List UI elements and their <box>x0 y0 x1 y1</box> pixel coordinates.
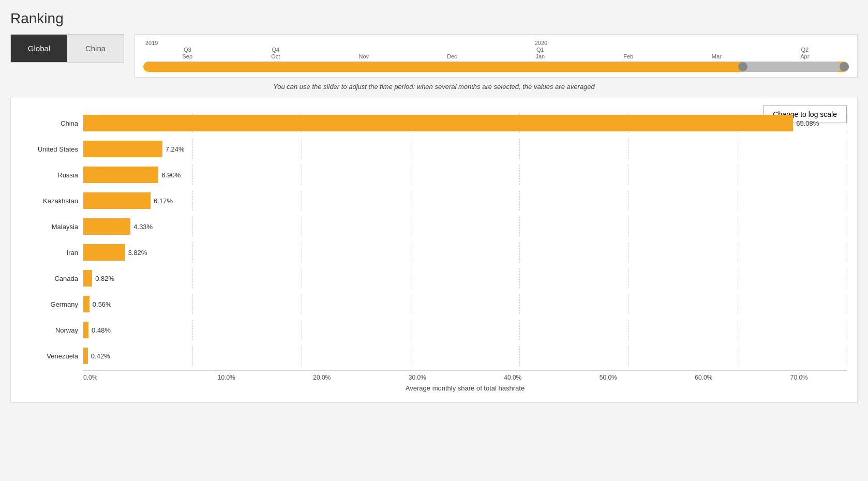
bar-outer: 0.48% <box>83 322 847 338</box>
bar-row: Germany0.56% <box>21 293 847 315</box>
month-sep: Sep <box>143 53 232 59</box>
bar-value: 6.90% <box>161 171 181 179</box>
bar-label: Germany <box>21 300 83 308</box>
grid-line <box>192 243 193 262</box>
grid-line <box>847 165 847 185</box>
month-apr: Apr <box>761 53 849 59</box>
bar-fill <box>83 218 130 235</box>
grid-line <box>192 191 193 211</box>
bar-value: 3.82% <box>128 249 147 257</box>
bar-row: Venezuela0.42% <box>21 344 847 367</box>
month-mar: Mar <box>672 53 761 59</box>
bar-outer: 0.56% <box>83 296 847 312</box>
timeline-year-row: 2019 2020 <box>143 40 849 46</box>
grid-line <box>738 268 738 288</box>
global-toggle-btn[interactable]: Global <box>11 35 67 62</box>
grid-line <box>302 243 302 262</box>
bar-fill <box>83 167 158 183</box>
grid-line <box>847 243 847 262</box>
bar-row: Iran3.82% <box>21 241 847 264</box>
x-tick: 70.0% <box>752 374 847 381</box>
grid-line <box>628 320 629 340</box>
grid-line <box>628 243 629 262</box>
grid-line <box>738 191 738 211</box>
grid-line <box>628 217 629 236</box>
bar-label: China <box>21 119 83 127</box>
bar-fill <box>83 192 151 209</box>
q3-label: Q3 <box>143 47 232 53</box>
view-toggle: Global China <box>10 34 124 63</box>
year-2019: 2019 <box>143 40 233 46</box>
grid-line <box>628 268 629 288</box>
bar-chart: China65.08%United States7.24%Russia6.90%… <box>21 112 847 367</box>
grid-line <box>411 191 411 211</box>
bar-outer: 0.82% <box>83 270 847 287</box>
hint-text: You can use the slider to adjust the tim… <box>10 83 858 91</box>
x-tick: 40.0% <box>465 374 561 381</box>
bar-value: 65.08% <box>796 119 819 127</box>
grid-line <box>411 243 411 262</box>
grid-line <box>847 346 847 366</box>
bar-outer: 4.33% <box>83 218 847 235</box>
grid-line <box>411 346 411 366</box>
bar-row: United States7.24% <box>21 138 847 160</box>
bar-outer: 7.24% <box>83 141 847 157</box>
bar-label: Norway <box>21 326 83 334</box>
grid-line <box>847 320 847 340</box>
month-dec: Dec <box>408 53 497 59</box>
timeline-month-row: Sep Oct Nov Dec Jan Feb Mar Apr <box>143 53 849 59</box>
timeline-quarter-row: Q3 Q4 Q1 Q2 <box>143 47 849 53</box>
year-2020: 2020 <box>497 40 585 46</box>
bar-row: China65.08% <box>21 112 847 134</box>
bar-label: Iran <box>21 249 83 257</box>
grid-line <box>519 165 520 185</box>
bar-value: 6.17% <box>154 197 173 205</box>
bar-outer: 6.17% <box>83 192 847 209</box>
grid-line <box>519 191 520 211</box>
bar-label: Malaysia <box>21 223 83 231</box>
x-tick: 20.0% <box>274 374 370 381</box>
chart-area: Change to log scale China65.08%United St… <box>10 98 858 403</box>
bar-fill <box>83 322 88 338</box>
grid-line <box>411 268 411 288</box>
timeline-slider[interactable] <box>143 62 849 72</box>
grid-line <box>519 217 520 236</box>
grid-line <box>738 294 738 314</box>
bar-row: Kazakhstan6.17% <box>21 189 847 212</box>
bar-value: 0.56% <box>93 300 112 308</box>
slider-handle-right[interactable] <box>840 62 849 71</box>
month-jan: Jan <box>496 53 585 59</box>
slider-handle-left[interactable] <box>738 62 747 71</box>
month-feb: Feb <box>585 53 673 59</box>
bar-outer: 65.08% <box>83 115 847 131</box>
month-nov: Nov <box>320 53 408 59</box>
x-tick: 30.0% <box>370 374 466 381</box>
bar-value: 7.24% <box>166 145 185 153</box>
grid-line <box>519 243 520 262</box>
bar-outer: 0.42% <box>83 348 847 364</box>
bar-label: Russia <box>21 171 83 179</box>
grid-line <box>302 191 302 211</box>
grid-line <box>411 139 411 159</box>
bar-fill <box>83 141 162 157</box>
grid-line <box>302 268 302 288</box>
month-oct: Oct <box>232 53 320 59</box>
x-tick: 50.0% <box>561 374 656 381</box>
bar-row: Russia6.90% <box>21 163 847 186</box>
x-tick: 60.0% <box>656 374 752 381</box>
q2-label: Q2 <box>761 47 849 53</box>
grid-line <box>847 113 847 133</box>
grid-line <box>411 320 411 340</box>
china-toggle-btn[interactable]: China <box>67 35 124 62</box>
grid-line <box>847 191 847 211</box>
grid-line <box>847 294 847 314</box>
grid-line <box>192 346 193 366</box>
bar-fill <box>83 244 125 261</box>
grid-line <box>847 217 847 236</box>
x-tick: 0.0% <box>83 374 179 381</box>
bar-value: 0.82% <box>95 275 114 282</box>
timeline-container: 2019 2020 Q3 Q4 Q1 Q2 Sep Oct Nov Dec Ja <box>134 34 858 78</box>
bar-fill <box>83 270 92 287</box>
grid-line <box>192 165 193 185</box>
grid-line <box>192 294 193 314</box>
